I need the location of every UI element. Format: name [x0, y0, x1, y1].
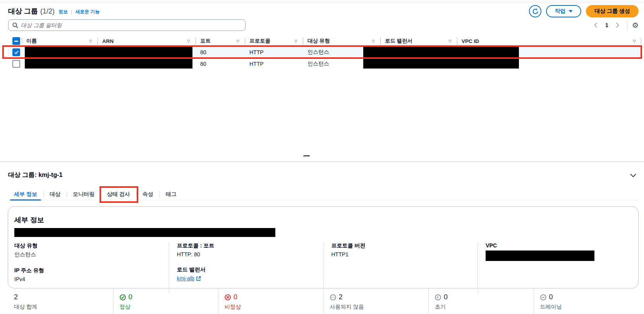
details-heading: 세부 정보	[14, 215, 632, 225]
row-checkbox-unchecked[interactable]	[12, 60, 20, 68]
select-all-checkbox[interactable]	[12, 37, 20, 45]
redaction-box-target-group-arn	[14, 228, 275, 237]
page-title-count: (1/2)	[40, 7, 55, 15]
tab-attributes[interactable]: 속성	[136, 188, 160, 200]
details-column-3: 프로토콜 버전 HTTP1	[323, 242, 478, 293]
refresh-button[interactable]	[529, 5, 541, 17]
tab-targets[interactable]: 대상	[43, 188, 67, 200]
stat-label: 비정상	[225, 304, 323, 311]
sort-icon: ▽	[187, 39, 190, 43]
select-all-cell	[8, 36, 22, 46]
stat-label: 초기	[435, 304, 534, 311]
stat-label: 드레이닝	[540, 304, 639, 311]
split-panel-resize-handle[interactable]	[303, 155, 310, 156]
redaction-box-row2-name-arn	[25, 58, 192, 69]
row-checkbox-cell	[8, 48, 22, 56]
tab-tags[interactable]: 태그	[160, 188, 183, 200]
next-page-button[interactable]	[613, 21, 622, 30]
tab-label: 태그	[166, 191, 177, 198]
row-checkbox-cell	[8, 60, 22, 68]
sort-icon: ▽	[448, 39, 452, 43]
cell-port: 80	[196, 61, 245, 67]
field-ip-address-type: IP 주소 유형 IPv4	[14, 267, 169, 282]
new-features-link[interactable]: 새로운 기능	[75, 9, 100, 15]
column-header-arn[interactable]: ARN▽	[98, 36, 196, 46]
table-header-row: 이름▽ ARN▽ 포트▽ 프로토콜▽ 대상 유형▽ 로드 밸런서▽ VPC ID…	[8, 36, 641, 46]
column-label: 대상 유형	[307, 38, 330, 45]
column-label: 프로토콜	[249, 38, 270, 45]
column-header-vpc-id[interactable]: VPC ID▽	[457, 36, 641, 46]
row-checkbox-checked[interactable]	[12, 48, 20, 56]
tab-details[interactable]: 세부 정보	[8, 188, 43, 200]
cell-port: 80	[196, 49, 245, 55]
refresh-icon	[532, 8, 539, 15]
actions-button[interactable]: 작업	[546, 5, 581, 17]
field-protocol-port: 프로토콜 : 포트 HTTP: 80	[177, 242, 323, 257]
filter-input[interactable]	[21, 22, 241, 28]
info-link[interactable]: 정보	[58, 9, 68, 15]
pagination: 1 ⚙	[591, 20, 639, 30]
details-card: 세부 정보 대상 유형 인스턴스 IP 주소 유형 IPv4 프로토콜 : 포트…	[8, 206, 639, 288]
field-label: IP 주소 유형	[14, 267, 169, 274]
tab-label: 모니터링	[73, 191, 94, 198]
column-header-target-type[interactable]: 대상 유형▽	[303, 36, 380, 46]
panel-collapse-button[interactable]	[630, 173, 636, 177]
cell-protocol: HTTP	[245, 61, 303, 67]
page-number[interactable]: 1	[602, 21, 611, 30]
load-balancer-link[interactable]: kmj-alb	[177, 275, 201, 281]
header-links: 정보 | 새로운 기능	[58, 9, 100, 15]
chevron-down-icon	[630, 173, 636, 177]
filter-row: 1 ⚙	[8, 19, 639, 31]
sort-icon: ▽	[372, 39, 375, 43]
column-header-name[interactable]: 이름▽	[22, 36, 98, 46]
external-link-icon	[196, 276, 201, 281]
stat-value: 0	[129, 293, 132, 301]
sort-icon: ▽	[633, 39, 636, 43]
stat-label: 대상 합계	[14, 304, 113, 311]
top-strip	[0, 0, 644, 3]
column-header-protocol[interactable]: 프로토콜▽	[245, 36, 303, 46]
sort-icon: ▽	[89, 39, 92, 43]
gear-icon[interactable]: ⚙	[632, 22, 639, 29]
previous-page-button[interactable]	[591, 21, 601, 30]
link-separator: |	[71, 9, 72, 15]
page-title: 대상 그룹	[8, 7, 38, 16]
tab-monitoring[interactable]: 모니터링	[67, 188, 101, 200]
field-value: HTTP1	[331, 251, 478, 257]
tab-label: 상태 검사	[107, 191, 130, 198]
field-label: 로드 밸런서	[177, 266, 323, 273]
redaction-box-row2-load-balancer-vpc	[363, 58, 519, 69]
details-column-2: 프로토콜 : 포트 HTTP: 80 로드 밸런서 kmj-alb	[169, 242, 323, 293]
redaction-box-row1-name-arn	[25, 47, 192, 57]
caret-down-icon	[568, 10, 573, 13]
panel-header: 대상 그룹: kmj-tg-1	[8, 171, 636, 179]
stat-total-targets: 2 대상 합계	[8, 288, 113, 314]
details-column-1: 대상 유형 인스턴스 IP 주소 유형 IPv4	[14, 242, 169, 293]
target-groups-page: 대상 그룹 (1/2) 정보 | 새로운 기능 작업 대상 그룹 생성	[0, 0, 644, 314]
tab-label: 세부 정보	[14, 191, 37, 198]
minus-circle-icon	[540, 294, 546, 300]
actions-button-label: 작업	[555, 8, 565, 15]
stat-unhealthy: 0 비정상	[218, 288, 323, 314]
split-panel-divider	[0, 161, 644, 162]
stat-value: 2	[14, 293, 18, 301]
header-actions: 작업 대상 그룹 생성	[529, 5, 639, 17]
stat-value: 0	[234, 293, 237, 301]
field-label: 프로토콜 버전	[331, 242, 478, 249]
stat-healthy: 0 정상	[113, 288, 218, 314]
column-header-load-balancer[interactable]: 로드 밸런서▽	[380, 36, 457, 46]
field-label: 프로토콜 : 포트	[177, 242, 323, 249]
dots-circle-icon	[330, 294, 336, 300]
stat-label: 정상	[120, 304, 218, 311]
create-target-group-button[interactable]: 대상 그룹 생성	[586, 5, 639, 17]
tab-health-checks[interactable]: 상태 검사	[101, 188, 136, 200]
field-vpc: VPC	[486, 242, 632, 261]
pagination-divider	[627, 20, 627, 30]
field-load-balancer: 로드 밸런서 kmj-alb	[177, 266, 323, 281]
column-label: 로드 밸런서	[385, 38, 412, 45]
field-value: IPv4	[14, 276, 169, 282]
column-header-port[interactable]: 포트▽	[196, 36, 245, 46]
redaction-box-vpc-id	[486, 251, 594, 261]
x-circle-icon	[225, 294, 231, 300]
field-label: VPC	[486, 242, 632, 249]
